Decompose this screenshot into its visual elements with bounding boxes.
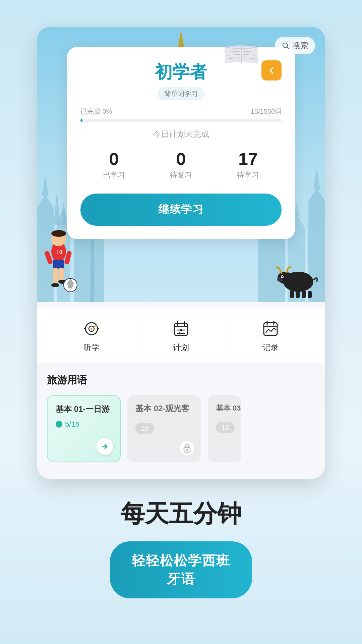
book-illustration: [221, 40, 261, 67]
stat-review-label: 待复习: [151, 170, 211, 180]
calendar-check-icon: [172, 319, 190, 338]
listen-icon-wrapper: [81, 319, 102, 339]
action-record[interactable]: 记录: [226, 315, 315, 356]
lesson-card-1-progress: 5/16: [56, 420, 112, 429]
stat-learned-label: 已学习: [84, 170, 144, 180]
lesson-card-3-count: 16: [216, 422, 235, 433]
svg-point-94: [186, 449, 188, 451]
svg-rect-22: [90, 241, 104, 302]
quick-actions-bar: 听学: [37, 309, 325, 363]
action-listen[interactable]: 听学: [47, 315, 136, 356]
progress-labels: 已完成 0% 15/1550词: [80, 107, 282, 116]
stat-learned: 0 已学习: [80, 146, 147, 183]
svg-marker-28: [313, 168, 320, 190]
plan-status: 今日计划未完成: [80, 129, 282, 140]
svg-point-45: [51, 230, 66, 237]
category-section: 旅游用语 基本 01-一日游 5/16: [37, 363, 325, 469]
svg-point-59: [278, 279, 279, 280]
lesson-card-3[interactable]: 基本 03 16: [208, 395, 241, 462]
stat-pending: 17 待学习: [215, 146, 282, 183]
category-title: 旅游用语: [47, 373, 315, 387]
stat-review-number: 0: [151, 150, 211, 169]
marketing-cta-button[interactable]: 轻轻松松学西班牙语: [110, 541, 252, 598]
svg-rect-63: [302, 290, 306, 298]
svg-rect-46: [53, 260, 64, 269]
lock-icon: [183, 443, 191, 453]
lesson-cards-row: 基本 01-一日游 5/16 基本 02-观光客: [47, 395, 315, 462]
svg-text:10: 10: [56, 250, 62, 255]
back-icon: [267, 66, 276, 75]
svg-rect-47: [53, 268, 58, 284]
svg-point-60: [280, 279, 281, 280]
lesson-card-1-arrow[interactable]: [97, 438, 113, 455]
svg-line-66: [287, 47, 289, 49]
stat-learned-number: 0: [84, 150, 144, 169]
search-icon: [282, 42, 290, 50]
plan-label: 计划: [173, 342, 189, 353]
progress-bar-fill: [80, 119, 82, 122]
vocab-badge: 背单词学习: [158, 87, 204, 100]
chart-calendar-icon: [261, 319, 280, 338]
svg-point-76: [90, 328, 93, 330]
record-icon-wrapper: [260, 319, 281, 339]
record-label: 记录: [262, 342, 279, 353]
svg-point-57: [282, 276, 283, 277]
arrow-right-icon: [100, 442, 110, 451]
listen-label: 听学: [83, 342, 100, 353]
marketing-title: 每天五分钟: [98, 499, 264, 528]
bull-illustration: [275, 258, 318, 299]
stat-pending-number: 17: [218, 150, 278, 169]
lesson-card-2-lock: [180, 441, 194, 455]
level-title: 初学者: [155, 60, 207, 84]
progress-right-label: 15/1550词: [251, 107, 282, 116]
app-card: 10: [37, 27, 325, 479]
lesson-card-2[interactable]: 基本 02-观光客 16: [127, 395, 201, 462]
lesson-card-2-title: 基本 02-观光客: [135, 403, 193, 414]
svg-point-65: [283, 43, 288, 48]
search-label: 搜索: [292, 40, 308, 51]
marketing-section: 每天五分钟 轻轻松松学西班牙语: [84, 479, 278, 625]
stats-row: 0 已学习 0 待复习 17 待学习: [80, 146, 282, 183]
lesson-card-3-title: 基本 03: [216, 403, 233, 413]
lesson-card-1[interactable]: 基本 01-一日游 5/16: [47, 395, 121, 462]
progress-area: 已完成 0% 15/1550词: [80, 107, 282, 122]
svg-rect-64: [308, 291, 312, 298]
lesson-card-2-count: 16: [135, 423, 154, 434]
svg-rect-48: [59, 268, 64, 281]
headphone-icon: [82, 319, 101, 338]
svg-point-58: [277, 278, 282, 281]
stat-pending-label: 待学习: [218, 170, 278, 180]
progress-bar-background: [80, 119, 282, 122]
svg-marker-27: [308, 188, 325, 201]
outer-wrapper: 10: [0, 0, 362, 644]
main-content-card: 初学者 背单词学习 已完成 0% 15/1550词: [67, 47, 295, 239]
scene-background: 10: [37, 27, 325, 302]
svg-rect-61: [290, 290, 294, 298]
back-button[interactable]: [261, 60, 282, 80]
svg-marker-15: [42, 174, 49, 196]
svg-point-49: [51, 283, 59, 287]
lesson-card-1-title: 基本 01-一日游: [56, 404, 112, 415]
svg-point-55: [278, 272, 292, 284]
progress-dot: [56, 421, 62, 428]
progress-left-label: 已完成 0%: [80, 107, 112, 116]
search-button[interactable]: 搜索: [275, 37, 315, 54]
lesson-progress-text: 5/16: [65, 420, 79, 429]
action-plan[interactable]: 计划: [136, 315, 226, 356]
svg-rect-62: [296, 291, 300, 298]
bottom-section: 听学: [37, 302, 325, 479]
continue-learning-button[interactable]: 继续学习: [80, 194, 282, 226]
svg-marker-14: [37, 195, 54, 208]
stat-review: 0 待复习: [147, 146, 215, 183]
plan-icon-wrapper: [171, 319, 191, 339]
